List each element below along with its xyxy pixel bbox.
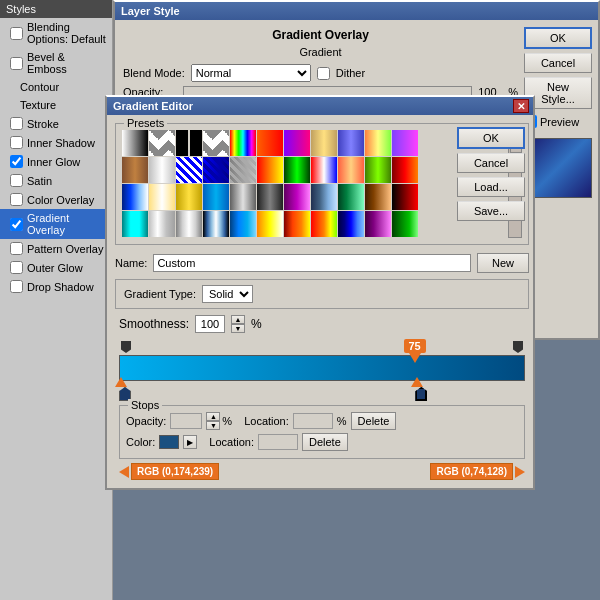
opacity-stepper[interactable]: ▲ ▼ — [206, 412, 218, 430]
preset-16[interactable] — [230, 157, 256, 183]
preset-11[interactable] — [392, 130, 418, 156]
preset-33[interactable] — [392, 184, 418, 210]
preset-22[interactable] — [392, 157, 418, 183]
inner-shadow-checkbox[interactable] — [10, 136, 23, 149]
preset-18[interactable] — [284, 157, 310, 183]
preset-41[interactable] — [311, 211, 337, 237]
opacity-stepper-up[interactable]: ▲ — [206, 412, 220, 421]
preset-36[interactable] — [176, 211, 202, 237]
ge-load-button[interactable]: Load... — [457, 177, 525, 197]
preset-28[interactable] — [257, 184, 283, 210]
layer-item-outer-glow[interactable]: Outer Glow — [0, 258, 112, 277]
preset-1[interactable] — [122, 130, 148, 156]
preset-43[interactable] — [365, 211, 391, 237]
stepper-up[interactable]: ▲ — [231, 315, 245, 324]
preset-17[interactable] — [257, 157, 283, 183]
gradient-overlay-checkbox[interactable] — [10, 218, 23, 231]
preset-42[interactable] — [338, 211, 364, 237]
satin-checkbox[interactable] — [10, 174, 23, 187]
layer-item-contour[interactable]: Contour — [0, 78, 112, 96]
layer-item-inner-glow[interactable]: Inner Glow — [0, 152, 112, 171]
blend-mode-select[interactable]: Normal — [191, 64, 311, 82]
drop-shadow-checkbox[interactable] — [10, 280, 23, 293]
preset-8[interactable] — [311, 130, 337, 156]
preset-6[interactable] — [257, 130, 283, 156]
color-swatch[interactable] — [159, 435, 179, 449]
color-location-input[interactable] — [258, 434, 298, 450]
ge-ok-button[interactable]: OK — [457, 127, 525, 149]
cancel-button[interactable]: Cancel — [524, 53, 592, 73]
layer-item-texture[interactable]: Texture — [0, 96, 112, 114]
gradient-type-select[interactable]: Solid — [202, 285, 253, 303]
preset-38[interactable] — [230, 211, 256, 237]
stepper-down[interactable]: ▼ — [231, 324, 245, 333]
layer-item-blending[interactable]: Blending Options: Default — [0, 18, 112, 48]
preset-34[interactable] — [122, 211, 148, 237]
preset-19[interactable] — [311, 157, 337, 183]
gradient-bar[interactable] — [119, 355, 525, 381]
name-input[interactable] — [153, 254, 471, 272]
preset-7[interactable] — [284, 130, 310, 156]
preset-40[interactable] — [284, 211, 310, 237]
preset-9[interactable] — [338, 130, 364, 156]
opacity-stop-input[interactable] — [170, 413, 202, 429]
preset-37[interactable] — [203, 211, 229, 237]
smoothness-input[interactable] — [195, 315, 225, 333]
layer-item-inner-shadow[interactable]: Inner Shadow — [0, 133, 112, 152]
location-stop-input[interactable] — [293, 413, 333, 429]
color-delete-button[interactable]: Delete — [302, 433, 348, 451]
layer-item-color-overlay[interactable]: Color Overlay — [0, 190, 112, 209]
layer-item-drop-shadow[interactable]: Drop Shadow — [0, 277, 112, 296]
layer-item-satin[interactable]: Satin — [0, 171, 112, 190]
new-button[interactable]: New — [477, 253, 529, 273]
preset-21[interactable] — [365, 157, 391, 183]
preset-3[interactable] — [176, 130, 202, 156]
preset-2[interactable] — [149, 130, 175, 156]
preset-30[interactable] — [311, 184, 337, 210]
preset-14[interactable] — [176, 157, 202, 183]
bevel-checkbox[interactable] — [10, 57, 23, 70]
ok-button[interactable]: OK — [524, 27, 592, 49]
layer-item-pattern-overlay[interactable]: Pattern Overlay — [0, 239, 112, 258]
color-arrow-btn[interactable]: ▶ — [183, 435, 197, 449]
outer-glow-checkbox[interactable] — [10, 261, 23, 274]
preset-15[interactable] — [203, 157, 229, 183]
preset-4[interactable] — [203, 130, 229, 156]
preset-20[interactable] — [338, 157, 364, 183]
preset-31[interactable] — [338, 184, 364, 210]
preset-12[interactable] — [122, 157, 148, 183]
blending-checkbox[interactable] — [10, 27, 23, 40]
smoothness-unit: % — [251, 317, 262, 331]
preset-13[interactable] — [149, 157, 175, 183]
opacity-stop-right[interactable] — [513, 341, 523, 353]
preset-25[interactable] — [176, 184, 202, 210]
stroke-checkbox[interactable] — [10, 117, 23, 130]
layer-item-bevel[interactable]: Bevel & Emboss — [0, 48, 112, 78]
preset-23[interactable] — [122, 184, 148, 210]
inner-glow-checkbox[interactable] — [10, 155, 23, 168]
ge-cancel-button[interactable]: Cancel — [457, 153, 525, 173]
preset-10[interactable] — [365, 130, 391, 156]
color-stop-right[interactable] — [415, 387, 427, 401]
layer-item-gradient-overlay[interactable]: Gradient Overlay — [0, 209, 112, 239]
ge-save-button[interactable]: Save... — [457, 201, 525, 221]
color-arrow[interactable]: ▶ — [183, 435, 197, 449]
preset-26[interactable] — [203, 184, 229, 210]
preset-29[interactable] — [284, 184, 310, 210]
dither-checkbox[interactable] — [317, 67, 330, 80]
preset-39[interactable] — [257, 211, 283, 237]
pattern-overlay-checkbox[interactable] — [10, 242, 23, 255]
preset-5[interactable] — [230, 130, 256, 156]
preset-27[interactable] — [230, 184, 256, 210]
opacity-delete-button[interactable]: Delete — [351, 412, 397, 430]
smoothness-stepper[interactable]: ▲ ▼ — [231, 315, 245, 333]
opacity-stepper-down[interactable]: ▼ — [206, 421, 220, 430]
layer-item-stroke[interactable]: Stroke — [0, 114, 112, 133]
opacity-stop-left[interactable] — [121, 341, 131, 353]
preset-44[interactable] — [392, 211, 418, 237]
preset-32[interactable] — [365, 184, 391, 210]
preset-24[interactable] — [149, 184, 175, 210]
close-button[interactable]: ✕ — [513, 99, 529, 113]
color-overlay-checkbox[interactable] — [10, 193, 23, 206]
preset-35[interactable] — [149, 211, 175, 237]
